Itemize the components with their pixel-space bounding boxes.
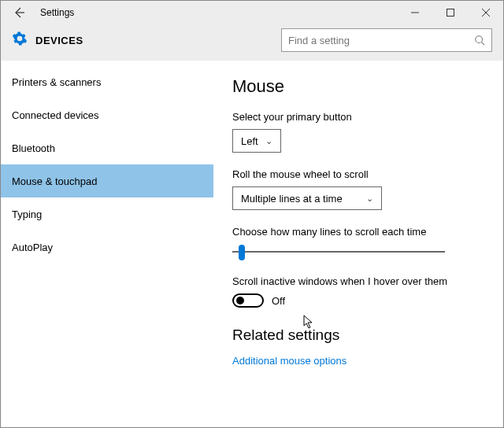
primary-button-group: Select your primary button Left ⌄ [232, 111, 484, 153]
toggle-knob [236, 297, 244, 304]
hover-toggle-row: Off [232, 293, 484, 308]
chevron-down-icon: ⌄ [265, 136, 272, 146]
sidebar-item-mouse-touchpad[interactable]: Mouse & touchpad [1, 164, 213, 197]
sidebar-item-label: Connected devices [12, 109, 99, 121]
additional-mouse-options-link[interactable]: Additional mouse options [232, 355, 484, 367]
header-left: DEVICES [12, 31, 83, 50]
hover-scroll-label: Scroll inactive windows when I hover ove… [232, 275, 484, 287]
related-heading: Related settings [232, 327, 484, 344]
arrow-left-icon [13, 6, 25, 19]
close-button[interactable] [468, 1, 503, 24]
sidebar-item-label: Typing [12, 208, 42, 220]
main-panel: Mouse Select your primary button Left ⌄ … [213, 61, 503, 427]
titlebar-left: Settings [1, 1, 74, 24]
search-icon [474, 35, 485, 46]
maximize-button[interactable] [432, 1, 468, 24]
close-icon [482, 9, 490, 17]
svg-point-1 [476, 36, 483, 43]
wheel-scroll-value: Multiple lines at a time [241, 193, 343, 205]
window-title: Settings [40, 7, 74, 18]
sidebar-item-bluetooth[interactable]: Bluetooth [1, 131, 213, 164]
lines-scroll-group: Choose how many lines to scroll each tim… [232, 226, 484, 260]
hover-toggle[interactable] [232, 293, 264, 308]
maximize-icon [447, 9, 454, 17]
search-box[interactable] [281, 28, 492, 52]
primary-button-label: Select your primary button [232, 111, 484, 123]
wheel-scroll-label: Roll the mouse wheel to scroll [232, 168, 484, 180]
sidebar-item-label: Printers & scanners [12, 76, 101, 88]
primary-button-select[interactable]: Left ⌄ [232, 129, 281, 153]
hover-scroll-group: Scroll inactive windows when I hover ove… [232, 275, 484, 308]
slider-track [232, 251, 445, 253]
sidebar-item-label: AutoPlay [12, 242, 53, 253]
section-title: DEVICES [35, 35, 83, 46]
slider-thumb[interactable] [239, 245, 245, 260]
chevron-down-icon: ⌄ [366, 194, 373, 204]
titlebar: Settings [1, 1, 503, 24]
settings-window: Settings DEVICES Printers & [0, 0, 504, 428]
gear-icon [12, 31, 28, 50]
minimize-button[interactable] [397, 1, 432, 24]
lines-scroll-label: Choose how many lines to scroll each tim… [232, 226, 484, 238]
sidebar-item-label: Mouse & touchpad [12, 175, 97, 187]
svg-rect-0 [447, 9, 454, 16]
minimize-icon [411, 9, 419, 17]
sidebar-item-label: Bluetooth [12, 142, 55, 154]
content: Printers & scanners Connected devices Bl… [1, 61, 503, 427]
header-row: DEVICES [1, 24, 503, 61]
primary-button-value: Left [241, 135, 258, 147]
sidebar-item-typing[interactable]: Typing [1, 197, 213, 231]
wheel-scroll-select[interactable]: Multiple lines at a time ⌄ [232, 186, 382, 210]
wheel-scroll-group: Roll the mouse wheel to scroll Multiple … [232, 168, 484, 210]
back-button[interactable] [7, 1, 31, 24]
sidebar-item-connected-devices[interactable]: Connected devices [1, 98, 213, 131]
sidebar-item-printers[interactable]: Printers & scanners [1, 65, 213, 98]
search-input[interactable] [288, 35, 474, 46]
sidebar-item-autoplay[interactable]: AutoPlay [1, 231, 213, 264]
lines-slider[interactable] [232, 244, 445, 260]
sidebar: Printers & scanners Connected devices Bl… [1, 61, 213, 427]
page-title: Mouse [232, 76, 484, 97]
hover-toggle-value: Off [272, 295, 285, 307]
window-controls [397, 1, 503, 24]
